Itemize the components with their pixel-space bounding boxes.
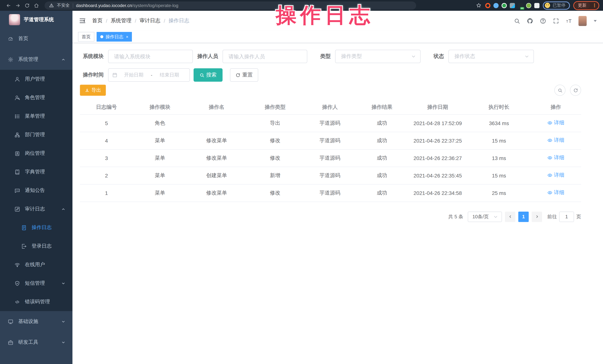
extension-puzzle-icon[interactable] [534, 3, 539, 8]
sidebar-item-infra[interactable]: 基础设施 [0, 311, 72, 332]
sidebar-item-role[interactable]: 角色管理 [0, 88, 72, 107]
page-unit-label: 页 [576, 213, 581, 220]
detail-link[interactable]: 详细 [547, 189, 564, 196]
goto-label: 前往 [547, 213, 557, 220]
user-avatar[interactable] [579, 16, 587, 26]
prev-page-button[interactable] [505, 211, 515, 222]
sidebar-item-label: 系统管理 [18, 56, 38, 63]
sidebar-item-dev-tool[interactable]: 研发工具 [0, 332, 72, 353]
caret-down-icon[interactable] [594, 20, 597, 22]
eye-icon [547, 173, 553, 178]
page-size-select[interactable]: 10条/页 [468, 211, 502, 222]
sidebar-item-user[interactable]: 用户管理 [0, 70, 72, 88]
page-url[interactable]: dashboard.yudao.iocoder.cn/system/log/op… [76, 3, 178, 8]
fullscreen-icon[interactable] [553, 17, 559, 24]
detail-link[interactable]: 详细 [547, 154, 564, 161]
sidebar-item-online-user[interactable]: 在线用户 [0, 255, 72, 274]
bookmark-star-icon[interactable] [476, 2, 482, 8]
sidebar-item-dict[interactable]: 字典管理 [0, 163, 72, 181]
question-icon[interactable] [539, 17, 546, 24]
page-button-1[interactable]: 1 [518, 211, 529, 222]
sidebar-item-audit-log[interactable]: 审计日志 [0, 200, 72, 218]
time-label: 操作时间 [80, 72, 108, 78]
audit-icon [14, 206, 20, 212]
sidebar-item-notice[interactable]: 通知公告 [0, 181, 72, 200]
extension-orange-icon[interactable] [485, 3, 490, 8]
pagination-total: 共 5 条 [448, 213, 463, 220]
table-cell: 详细 [531, 167, 581, 184]
sidebar-item-operate-log[interactable]: 操作日志 [0, 218, 72, 237]
operator-input[interactable] [222, 50, 307, 63]
detail-link-label: 详细 [554, 172, 564, 178]
goto-page-input[interactable] [559, 211, 574, 222]
update-annotation-ring: 更新 ⋮ [573, 1, 599, 10]
refresh-table-button[interactable] [570, 85, 581, 96]
chevron-down-icon [61, 340, 65, 344]
sidebar-item-sms[interactable]: 短信管理 [0, 274, 72, 293]
sidebar-item-label: 部门管理 [25, 132, 45, 138]
security-label[interactable]: 不安全 [57, 3, 70, 8]
github-icon[interactable] [526, 17, 533, 24]
sidebar-item-dept[interactable]: 部门管理 [0, 125, 72, 144]
detail-link[interactable]: 详细 [547, 137, 564, 144]
type-select[interactable]: 操作类型 [335, 50, 421, 63]
detail-link[interactable]: 详细 [547, 172, 564, 178]
sidebar: 芋道管理系统 首页系统管理用户管理角色管理菜单管理部门管理岗位管理字典管理通知公… [0, 11, 72, 364]
browser-menu-icon[interactable]: ⋮ [592, 3, 598, 8]
sidebar-item-system[interactable]: 系统管理 [0, 49, 72, 70]
sidebar-item-label: 角色管理 [25, 94, 45, 101]
extension-dark-icon[interactable]: on [518, 3, 523, 8]
sidebar-item-error-code[interactable]: 错误码管理 [0, 293, 72, 311]
table-cell: 详细 [531, 132, 581, 149]
table-cell: 13 ms [467, 149, 531, 167]
breadcrumb-item[interactable]: 系统管理 [111, 17, 131, 24]
sidebar-item-login-log[interactable]: 登录日志 [0, 237, 72, 255]
fontsize-icon[interactable]: TT [566, 17, 572, 24]
table-cell: 5 [80, 114, 133, 132]
search-icon[interactable] [513, 17, 520, 24]
tab-首页[interactable]: 首页 [78, 32, 94, 42]
table-cell: 2021-04-28 17:52:09 [408, 114, 467, 132]
eye-icon [547, 138, 553, 143]
status-label: 状态 [421, 53, 448, 60]
column-header: 操作日期 [408, 100, 467, 114]
close-icon[interactable]: × [126, 35, 128, 39]
sidebar-item-menu[interactable]: 菜单管理 [0, 107, 72, 125]
user-icon [14, 76, 20, 82]
table-cell: 芋道源码 [304, 149, 356, 167]
browser-update-button[interactable]: 更新 [575, 2, 590, 9]
extension-green-icon[interactable] [501, 3, 507, 8]
browser-home-icon[interactable] [32, 1, 41, 10]
extension-gray-icon[interactable] [510, 3, 515, 8]
hamburger-icon[interactable] [79, 17, 86, 24]
export-button[interactable]: 导出 [80, 85, 106, 96]
extension-blue-icon[interactable] [493, 3, 499, 8]
sidebar-menu: 首页系统管理用户管理角色管理菜单管理部门管理岗位管理字典管理通知公告审计日志操作… [0, 28, 72, 353]
search-button[interactable]: 搜索 [194, 68, 222, 82]
toggle-search-button[interactable] [554, 85, 566, 96]
browser-back-icon[interactable] [4, 1, 13, 10]
address-bar[interactable]: 不安全 dashboard.yudao.iocoder.cn/system/lo… [45, 1, 416, 10]
browser-forward-icon[interactable] [13, 1, 22, 10]
tab-label: 操作日志 [105, 33, 123, 40]
date-range-picker[interactable]: 开始日期 - 结束日期 [108, 68, 190, 82]
app-logo-row[interactable]: 芋道管理系统 [0, 11, 72, 28]
status-select[interactable]: 操作状态 [448, 50, 534, 63]
tab-操作日志[interactable]: 操作日志× [97, 32, 132, 42]
table-cell: 25 ms [467, 184, 531, 202]
column-header: 操作 [531, 100, 581, 114]
extension-sprout-icon[interactable] [526, 3, 531, 8]
main-panel: 首页/系统管理/审计日志/操作日志 TT 首页操作日志× 系统模块 操作人员 类… [72, 11, 603, 364]
sidebar-item-home[interactable]: 首页 [0, 28, 72, 49]
module-input[interactable] [108, 50, 193, 63]
table-cell: 成功 [356, 184, 408, 202]
extension-paused-chip[interactable]: 已暂停 [543, 1, 570, 10]
sidebar-item-post[interactable]: 岗位管理 [0, 144, 72, 163]
table-cell: 详细 [531, 184, 581, 202]
breadcrumb-item[interactable]: 首页 [92, 17, 103, 24]
breadcrumb-item[interactable]: 审计日志 [140, 17, 161, 24]
next-page-button[interactable] [532, 211, 542, 222]
browser-reload-icon[interactable] [22, 1, 32, 10]
detail-link[interactable]: 详细 [547, 120, 564, 126]
reset-button[interactable]: 重置 [230, 68, 258, 82]
